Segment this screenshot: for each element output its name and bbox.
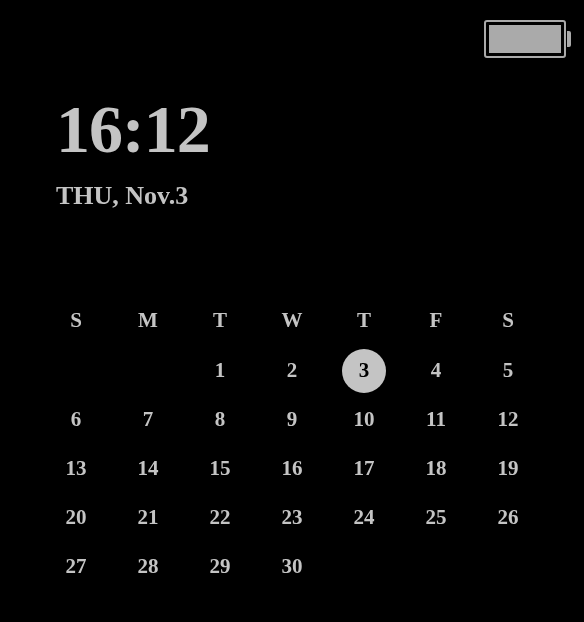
calendar-day-label: 3 — [359, 358, 370, 382]
calendar-day: 19 — [472, 456, 544, 481]
weekday-header: T — [328, 308, 400, 333]
calendar-day: 24 — [328, 505, 400, 530]
calendar-day: 14 — [112, 456, 184, 481]
weekday-header: W — [256, 308, 328, 333]
time-display: 16:12 — [56, 95, 210, 163]
calendar-day: 16 — [256, 456, 328, 481]
calendar-day: 17 — [328, 456, 400, 481]
calendar-day: 5 — [472, 358, 544, 383]
weekday-header: M — [112, 308, 184, 333]
calendar-day: 18 — [400, 456, 472, 481]
calendar-day: 1 — [184, 358, 256, 383]
weekday-header: T — [184, 308, 256, 333]
calendar-day: 30 — [256, 554, 328, 579]
clock-block: 16:12 THU, Nov.3 — [56, 95, 210, 211]
calendar-day: 10 — [328, 407, 400, 432]
weekday-header: S — [472, 308, 544, 333]
battery-indicator — [484, 20, 571, 58]
calendar-day: 8 — [184, 407, 256, 432]
calendar-day: 22 — [184, 505, 256, 530]
battery-icon — [484, 20, 566, 58]
calendar-day: 6 — [40, 407, 112, 432]
calendar-day: 7 — [112, 407, 184, 432]
calendar-day: 28 — [112, 554, 184, 579]
weekday-header: S — [40, 308, 112, 333]
calendar-day: 20 — [40, 505, 112, 530]
calendar-day: 13 — [40, 456, 112, 481]
date-display: THU, Nov.3 — [56, 181, 210, 211]
calendar-day: 23 — [256, 505, 328, 530]
calendar-header-row: S M T W T F S — [40, 300, 544, 340]
calendar-day: 21 — [112, 505, 184, 530]
battery-tip — [567, 31, 571, 47]
calendar-day: 29 — [184, 554, 256, 579]
calendar-week-row: 20 21 22 23 24 25 26 — [40, 493, 544, 542]
calendar-day: 26 — [472, 505, 544, 530]
calendar: S M T W T F S 1 2 3 4 5 6 7 8 9 10 11 12… — [40, 300, 544, 591]
calendar-week-row: 1 2 3 4 5 — [40, 346, 544, 395]
calendar-day: 25 — [400, 505, 472, 530]
calendar-day: 2 — [256, 358, 328, 383]
calendar-week-row: 6 7 8 9 10 11 12 — [40, 395, 544, 444]
calendar-day: 9 — [256, 407, 328, 432]
calendar-day: 4 — [400, 358, 472, 383]
calendar-week-row: 27 28 29 30 — [40, 542, 544, 591]
calendar-week-row: 13 14 15 16 17 18 19 — [40, 444, 544, 493]
weekday-header: F — [400, 308, 472, 333]
calendar-day: 11 — [400, 407, 472, 432]
calendar-day: 27 — [40, 554, 112, 579]
calendar-day: 12 — [472, 407, 544, 432]
calendar-day: 15 — [184, 456, 256, 481]
battery-fill — [489, 25, 561, 53]
calendar-day-today: 3 — [328, 358, 400, 383]
